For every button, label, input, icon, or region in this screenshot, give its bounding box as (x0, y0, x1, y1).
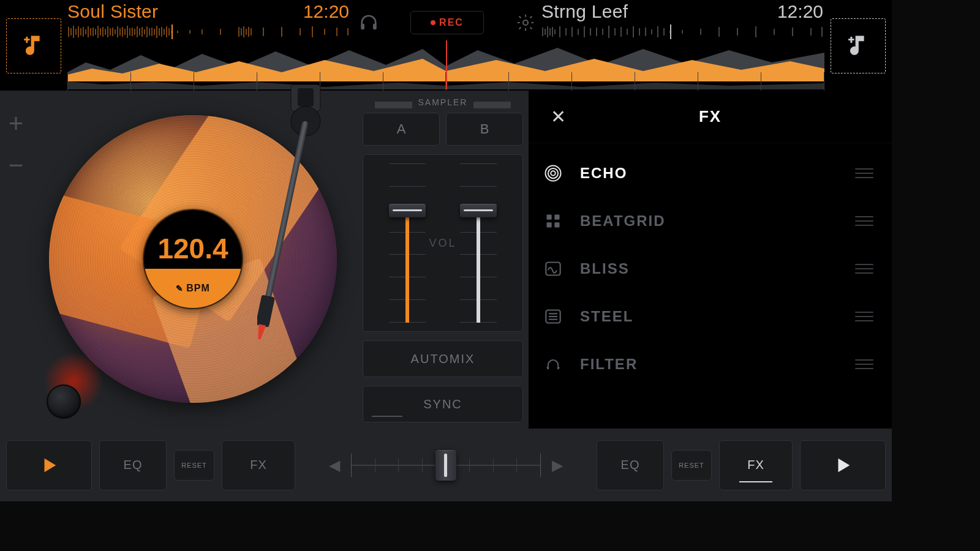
volume-faders-panel: VOL (363, 154, 523, 332)
fx-item-filter[interactable]: FILTER (529, 340, 892, 388)
deck-b-track-info: Strng Leef 12:20 (541, 1, 823, 22)
vol-label: VOL (363, 237, 522, 250)
fx-panel: ✕ FX ECHO BEATGRID BLISS STEEL (529, 91, 892, 429)
deck-a-play-button[interactable] (6, 440, 92, 490)
drag-handle-icon[interactable] (855, 264, 873, 274)
headphones-icon[interactable] (355, 9, 382, 36)
deck-a-reset-button[interactable]: RESET (174, 450, 214, 481)
fx-item-beatgrid[interactable]: BEATGRID (529, 197, 892, 245)
sampler-label: SAMPLER (363, 96, 523, 109)
play-icon (834, 456, 852, 474)
bpm-label: BPM (144, 269, 242, 308)
minus-icon[interactable]: − (9, 151, 24, 180)
sampler-a-button[interactable]: A (363, 113, 440, 146)
svg-point-102 (291, 107, 320, 136)
svg-rect-96 (361, 23, 364, 29)
fx-item-steel[interactable]: STEEL (529, 293, 892, 340)
deck-b-play-button[interactable] (800, 440, 886, 490)
fx-item-label: FILTER (580, 356, 839, 373)
deck-a-track-time: 12:20 (303, 1, 349, 22)
pitch-knob[interactable] (47, 384, 81, 419)
tempo-plus-minus[interactable]: + − (6, 109, 26, 180)
fx-item-echo[interactable]: ECHO (529, 149, 892, 197)
svg-text:+: + (24, 34, 29, 45)
add-track-deck-b-button[interactable]: + (831, 18, 886, 73)
fx-item-label: BLISS (580, 260, 839, 277)
headphones-small-icon (542, 353, 564, 375)
plus-icon[interactable]: + (9, 109, 24, 138)
svg-point-108 (551, 171, 556, 176)
add-track-deck-a-button[interactable]: + (6, 18, 61, 73)
svg-rect-110 (554, 215, 559, 220)
spiral-icon (542, 162, 564, 184)
fx-item-label: ECHO (580, 165, 839, 182)
drag-handle-icon[interactable] (855, 312, 873, 321)
svg-rect-101 (298, 88, 314, 107)
top-center-controls: REC (355, 6, 539, 39)
deck-a-eq-button[interactable]: EQ (99, 440, 167, 490)
bpm-value: 120.4 (144, 210, 242, 269)
top-strip: + + Soul Sister 12:20 Strng Leef 12:20 (0, 0, 892, 91)
fx-list: ECHO BEATGRID BLISS STEEL FILTER (529, 143, 892, 394)
settings-icon[interactable] (512, 9, 539, 36)
drag-handle-icon[interactable] (855, 359, 873, 369)
deck-a-volume-fader[interactable] (389, 163, 426, 323)
deck-b-fx-button[interactable]: FX (719, 440, 793, 490)
crossfader[interactable] (351, 449, 541, 482)
play-icon (40, 456, 58, 474)
sampler-b-button[interactable]: B (446, 113, 523, 146)
deck-a-track-info: Soul Sister 12:20 (67, 1, 349, 22)
automix-button[interactable]: AUTOMIX (363, 340, 523, 377)
svg-rect-111 (547, 222, 552, 227)
deck-b-eq-button[interactable]: EQ (597, 440, 664, 490)
crossfader-zone: ◀ ▶ (303, 440, 589, 490)
drag-handle-icon[interactable] (855, 216, 873, 226)
grid-icon (542, 210, 564, 232)
bpm-hub[interactable]: 120.4 BPM (144, 210, 242, 308)
deck-b-overview-waveform[interactable] (541, 24, 823, 39)
deck-b-reset-button[interactable]: RESET (671, 450, 712, 481)
fx-item-bliss[interactable]: BLISS (529, 245, 892, 293)
chevron-right-icon[interactable]: ▶ (552, 457, 563, 474)
drag-handle-icon[interactable] (855, 168, 873, 178)
svg-marker-118 (45, 458, 56, 472)
record-dot-icon (431, 20, 435, 25)
fx-panel-title: FX (547, 107, 873, 126)
deck-a-fx-button[interactable]: FX (222, 440, 295, 490)
chevron-left-icon[interactable]: ◀ (329, 457, 340, 474)
beat-grid-ticks (67, 72, 824, 91)
bottom-bar: EQ RESET FX ◀ ▶ EQ RESET FX (0, 429, 892, 501)
deck-a-track-name: Soul Sister (67, 1, 158, 22)
main-area: + − 120.4 BPM SAMPLER A B VOL (0, 91, 892, 429)
sync-button[interactable]: SYNC (363, 386, 523, 422)
lines-icon (542, 305, 564, 328)
wave-icon (542, 258, 564, 280)
deck-a-overview-waveform[interactable] (67, 24, 349, 39)
record-button[interactable]: REC (410, 11, 484, 34)
deck-b-track-time: 12:20 (777, 1, 823, 22)
center-mixer: SAMPLER A B VOL AUTOMIX SYNC (363, 96, 523, 424)
svg-text:+: + (848, 34, 854, 45)
deck-b-track-name: Strng Leef (541, 1, 628, 22)
deck-a-turntable: + − 120.4 BPM (0, 91, 361, 429)
record-label: REC (439, 17, 464, 28)
deck-b-volume-fader[interactable] (460, 163, 497, 323)
svg-point-98 (523, 20, 528, 25)
svg-rect-112 (554, 222, 559, 227)
crossfader-cap[interactable] (435, 450, 456, 481)
svg-point-107 (548, 168, 558, 178)
svg-rect-97 (373, 23, 377, 29)
svg-rect-109 (547, 215, 552, 220)
fx-item-label: BEATGRID (580, 212, 839, 230)
svg-marker-119 (839, 458, 850, 472)
fx-item-label: STEEL (580, 308, 839, 325)
